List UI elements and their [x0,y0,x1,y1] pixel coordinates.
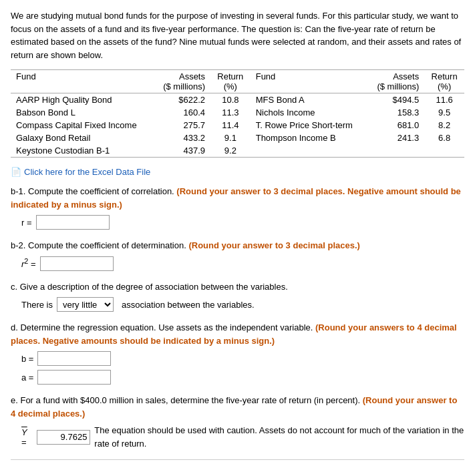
c-input-row: There is very littlestrongmoderateweak a… [21,297,464,312]
cell-assets1: 433.2 [153,132,210,144]
b1-label-text: b-1. Compute the coefficient of correlat… [11,186,176,196]
b2-label-text: b-2. Compute the coefficient of determin… [11,240,188,250]
cell-fund1: AARP High Quality Bond [11,93,153,107]
table-row: Babson Bond L 160.4 11.3 Nichols Income … [11,106,464,119]
e-note: The equation should be used with caution… [94,424,464,450]
b-input[interactable] [37,351,111,366]
excel-icon: 📄 [11,167,21,177]
data-table: Fund Assets($ millions) Return(%) Fund A… [11,69,464,158]
section-c: c. Give a description of the degree of a… [11,280,464,312]
b-input-row: b = [21,351,464,366]
table-row: AARP High Quality Bond $622.2 10.8 MFS B… [11,93,464,107]
b2-bold: (Round your answer to 3 decimal places.) [188,240,359,250]
col-fund2-header: Fund [251,70,367,93]
cell-fund2: MFS Bond A [251,93,367,107]
b1-label: b-1. Compute the coefficient of correlat… [11,185,464,211]
r2-label: r2 = [21,257,36,269]
d-label: d. Determine the regression equation. Us… [11,321,464,347]
bottom-divider [11,459,464,460]
cell-assets2: 158.3 [367,106,425,119]
cell-assets1: 275.7 [153,119,210,132]
b2-label: b-2. Compute the coefficient of determin… [11,239,464,252]
cell-fund1: Keystone Custodian B-1 [11,144,153,158]
association-text: association between the variables. [122,300,255,310]
cell-return1: 10.8 [210,93,251,107]
cell-return1: 9.2 [210,144,251,158]
cell-fund1: Babson Bond L [11,106,153,119]
a-input-row: a = [21,370,464,385]
table-row: Keystone Custodian B-1 437.9 9.2 [11,144,464,158]
a-label: a = [21,373,33,383]
cell-return1: 11.4 [210,119,251,132]
table-row: Galaxy Bond Retail 433.2 9.1 Thompson In… [11,132,464,144]
cell-fund2: Nichols Income [251,106,367,119]
cell-fund1: Galaxy Bond Retail [11,132,153,144]
r-label: r = [21,218,32,228]
d-label-text: d. Determine the regression equation. Us… [11,322,315,332]
y-hat-input[interactable] [37,430,90,445]
cell-assets2: 241.3 [367,132,425,144]
table-row: Compass Capital Fixed Income 275.7 11.4 … [11,119,464,132]
section-d: d. Determine the regression equation. Us… [11,321,464,385]
cell-assets1: 437.9 [153,144,210,158]
cell-fund2: T. Rowe Price Short-term [251,119,367,132]
r2-input[interactable] [40,256,114,271]
c-label: c. Give a description of the degree of a… [11,280,464,294]
cell-return2: 8.2 [424,119,464,132]
section-b1: b-1. Compute the coefficient of correlat… [11,185,464,230]
cell-return1: 11.3 [210,106,251,119]
cell-fund1: Compass Capital Fixed Income [11,119,153,132]
cell-return2: 9.5 [424,106,464,119]
col-return1-header: Return(%) [210,70,251,93]
cell-fund2: Thompson Income B [251,132,367,144]
cell-assets1: $622.2 [153,93,210,107]
excel-link-text: Click here for the Excel Data File [24,167,150,177]
cell-fund2 [251,144,367,158]
cell-return1: 9.1 [210,132,251,144]
cell-assets2: 681.0 [367,119,425,132]
section-e: e. For a fund with $400.0 million in sal… [11,394,464,450]
b-label: b = [21,354,33,364]
r-input[interactable] [36,215,110,230]
cell-return2: 11.6 [424,93,464,107]
cell-return2: 6.8 [424,132,464,144]
b2-input-row: r2 = [21,256,464,271]
cell-assets1: 160.4 [153,106,210,119]
cell-return2 [424,144,464,158]
there-is-text: There is [21,300,53,310]
section-b2: b-2. Compute the coefficient of determin… [11,239,464,271]
cell-assets2 [367,144,425,158]
association-dropdown[interactable]: very littlestrongmoderateweak [57,297,114,312]
a-input[interactable] [37,370,111,385]
excel-link[interactable]: 📄 Click here for the Excel Data File [11,167,464,177]
col-fund1-header: Fund [11,70,153,93]
e-label: e. For a fund with $400.0 million in sal… [11,394,464,420]
e-input-row: Y = The equation should be used with cau… [21,424,464,450]
intro-text: We are studying mutual bond funds for th… [11,9,464,61]
cell-assets2: $494.5 [367,93,425,107]
b1-input-row: r = [21,215,464,230]
col-return2-header: Return(%) [424,70,464,93]
y-hat-label: Y = [21,427,33,447]
col-assets1-header: Assets($ millions) [153,70,210,93]
e-label-text: e. For a fund with $400.0 million in sal… [11,395,363,405]
col-assets2-header: Assets($ millions) [367,70,425,93]
